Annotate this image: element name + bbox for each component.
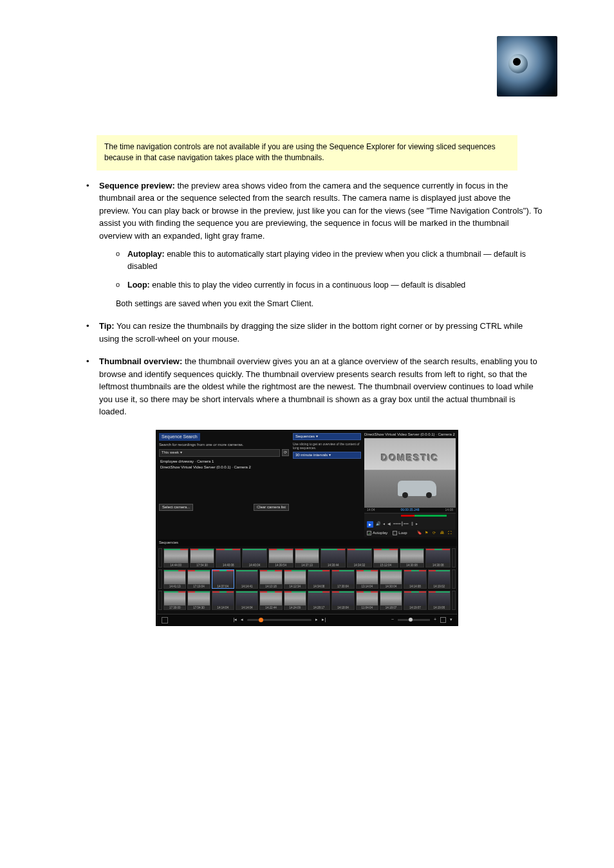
camera-list-item[interactable]: Employee driveway · Camera 1 [159,459,289,465]
thumbnail[interactable]: 14:39:54 [268,548,293,568]
scrub-bar[interactable]: ━━━┃━━ [393,522,409,526]
thumbnail[interactable]: 14:18:04 [331,591,354,610]
thumbnail-time: 14:22:44 [260,605,281,609]
next-frame-icon[interactable]: ▸ [416,522,418,526]
preview-camera-title: DirectShow Virtual Video Server (0.0.0.1… [364,432,456,437]
thumbnail[interactable]: 14:12:34 [284,569,306,589]
thumbnail[interactable]: 14:30:44 [321,548,346,568]
zoom-out-icon[interactable]: − [391,617,394,622]
loop-checkbox[interactable]: Loop [393,531,407,536]
zoom-in-icon[interactable]: + [434,617,436,622]
bottom-bar: |◂ ◂ ▸ ▸| − + ▾ [156,614,458,625]
bullet-tip: Tip: You can resize the thumbnails by dr… [86,320,543,345]
slicing-hint: Use slicing to get an overview of the co… [293,442,361,450]
thumbnail[interactable]: 14:37:04 [212,569,234,589]
tab-sequence-search[interactable]: Sequence Search [159,433,200,441]
prev-frame-icon[interactable]: ◂ [383,522,385,526]
thumbnail[interactable]: 14:18:07 [380,591,402,610]
thumbnail[interactable]: 14:44:00 [163,548,189,568]
speed-icon[interactable]: 🔊 [376,522,380,526]
thumbnail[interactable]: 14:14:08 [404,569,426,589]
thumbnail[interactable]: 11:04:04 [356,591,378,610]
thumbnail[interactable]: 17:54:30 [190,548,215,568]
thumbnail-time: 14:14:08 [404,584,425,588]
thumbnail[interactable]: 17:30:04 [331,569,354,589]
thumbnail[interactable]: 17:54:30 [187,591,210,610]
position-slider[interactable] [247,619,312,621]
thumbnail[interactable]: 14:19:07 [404,591,426,610]
thumbnail[interactable]: 15:12:04 [373,548,398,568]
nav-last-icon[interactable]: ▸| [322,617,326,622]
thumbnail[interactable]: 14:34:08 [308,569,330,589]
grid-layout-icon[interactable] [440,617,446,623]
thumbnail[interactable]: 14:40:04 [242,548,267,568]
thumbnail-time: 14:41:13 [164,584,185,588]
nav-next-icon[interactable]: ▸ [315,617,318,622]
thumbnail[interactable]: 14:14:41 [236,569,258,589]
autoplay-checkbox[interactable]: ✓Autoplay [367,531,387,536]
interval-dropdown[interactable]: 30 minute intervals ▾ [293,452,361,459]
camera-list-item[interactable]: DirectShow Virtual Video Server (0.0.0.1… [159,465,289,470]
building-sign: DOMESTIC [364,452,456,463]
thumbnail[interactable]: 13:14:04 [356,569,378,589]
nav-first-icon[interactable]: |◂ [234,617,237,622]
thumbnail[interactable]: 14:41:13 [163,569,186,589]
thumbnail[interactable]: 14:40:08 [216,548,241,568]
clear-camera-list-button[interactable]: Clear camera list [254,504,289,511]
pause-icon[interactable]: ‖ [411,522,413,526]
select-camera-button[interactable]: Select camera... [159,504,193,511]
wolf-eye-logo [497,36,557,97]
note-box: The time navigation controls are not ava… [97,135,517,171]
flag-icon[interactable]: ⚑ [425,531,430,536]
thumbnail[interactable]: 14:19:02 [428,569,451,589]
thumbnail-time: 14:18:04 [332,605,353,609]
heading-autoplay: Autoplay: [127,250,165,259]
video-preview[interactable]: DOMESTIC [364,438,456,508]
thumbnail[interactable]: 14:14:04 [212,591,234,610]
thumbnail-time: 14:10:18 [260,584,281,588]
timeline-left-label: 14:04 [367,508,375,512]
thumbnail[interactable]: 14:14:04 [236,591,258,610]
bookmark-icon[interactable]: 🔖 [417,531,422,536]
thumbnail[interactable]: 14:19:08 [428,591,451,610]
heading-thumb-overview: Thumbnail overview: [99,356,182,366]
subbullet-autoplay: Autoplay: enable this to automatically s… [116,248,543,273]
calendar-icon[interactable] [162,617,168,623]
nav-prev-icon[interactable]: ◂ [241,617,243,622]
thumbnail-time: 14:40:08 [216,563,240,567]
thumbnail[interactable]: 14:37:13 [295,548,320,568]
bullet-sequence-preview: Sequence preview: the preview area shows… [86,180,543,310]
thumbnail[interactable]: 14:28:17 [308,591,330,610]
thumbnail[interactable]: 17:19:04 [187,569,210,589]
play-button[interactable]: ▶ [367,521,373,528]
thumbnail[interactable]: 14:30:04 [380,569,402,589]
thumbnail-time: 14:40:04 [243,563,266,567]
thumbnail-time: 14:30:44 [321,563,345,567]
thumbnail[interactable]: 14:30:08 [425,548,451,568]
thumbnail-time: 14:24:09 [284,605,306,609]
timeline[interactable] [364,513,456,519]
period-dropdown[interactable]: This week ▾ [159,449,280,456]
thumbnail-time: 14:19:07 [404,605,425,609]
thumbnail[interactable]: 14:30:08 [400,548,425,568]
tip-label: Tip: [99,321,115,331]
step-back-icon[interactable]: ◀ [387,522,391,526]
bullet-thumbnail-overview: Thumbnail overview: the thumbnail overvi… [86,355,543,418]
expand-icon[interactable]: ⛶ [448,531,453,536]
thumbnail[interactable]: 17:30:00 [163,591,186,610]
thumbnail[interactable]: 14:10:18 [259,569,282,589]
size-slider[interactable] [398,619,430,621]
thumbnail[interactable]: 14:22:44 [259,591,282,610]
text-autoplay: enable this to automatically start playi… [127,250,526,271]
mode-dropdown[interactable]: Sequences ▾ [293,433,361,440]
print-icon[interactable]: 🖶 [440,531,445,536]
refresh-preview-icon[interactable]: ⟳ [433,531,438,536]
thumbnail-time: 17:19:04 [188,584,209,588]
thumbnail-time: 14:30:08 [426,563,450,567]
thumbnail[interactable]: 14:34:32 [347,548,372,568]
heading-loop: Loop: [127,281,150,290]
refresh-icon[interactable]: ⟳ [282,449,289,456]
thumbnail[interactable]: 14:24:09 [284,591,306,610]
thumbnail-time: 14:30:08 [400,563,424,567]
options-icon[interactable]: ▾ [450,617,452,622]
